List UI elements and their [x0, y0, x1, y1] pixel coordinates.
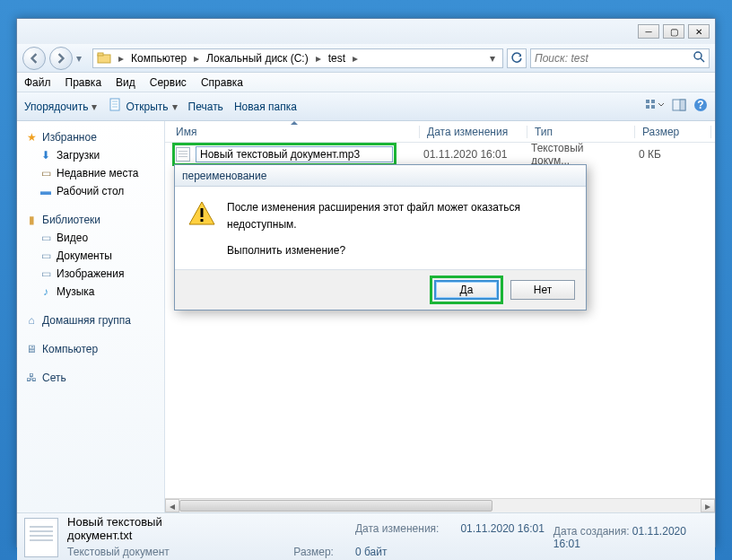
sidebar-item-documents[interactable]: ▭Документы: [21, 247, 161, 265]
address-dropdown[interactable]: ▾: [486, 52, 499, 65]
open-button[interactable]: Открыть▾: [108, 98, 177, 115]
menu-help[interactable]: Справка: [201, 76, 243, 89]
scroll-track[interactable]: [179, 499, 701, 512]
download-icon: ⬇: [39, 148, 53, 162]
detail-date-created-label2: Дата создания:: [553, 525, 630, 538]
file-row[interactable]: 01.11.2020 16:01 Текстовый докум... 0 КБ: [165, 143, 715, 166]
new-folder-button[interactable]: Новая папка: [234, 101, 297, 113]
document-icon: ▭: [39, 249, 53, 263]
address-bar[interactable]: ▸ Компьютер ▸ Локальный диск (C:) ▸ test…: [92, 48, 503, 68]
desktop-icon: ▬: [39, 184, 53, 198]
computer-icon: 🖥: [24, 342, 39, 356]
breadcrumb-root-arrow[interactable]: ▸: [115, 52, 127, 65]
video-icon: ▭: [39, 231, 53, 245]
dialog-title: переименование: [175, 165, 586, 187]
breadcrumb-arrow[interactable]: ▸: [349, 52, 362, 65]
yes-button[interactable]: Да: [434, 280, 499, 300]
breadcrumb-arrow[interactable]: ▸: [190, 52, 203, 65]
breadcrumb-computer[interactable]: Компьютер: [131, 52, 187, 65]
menu-tools[interactable]: Сервис: [150, 76, 187, 89]
svg-rect-10: [646, 105, 649, 109]
sidebar-homegroup[interactable]: ⌂Домашняя группа: [21, 311, 161, 329]
no-button[interactable]: Нет: [510, 280, 575, 300]
sidebar-item-recent[interactable]: ▭Недавние места: [21, 164, 161, 182]
maximize-button[interactable]: ▢: [663, 24, 684, 39]
search-input[interactable]: [535, 52, 693, 65]
forward-button[interactable]: [49, 47, 73, 70]
picture-icon: ▭: [39, 267, 53, 281]
column-date[interactable]: Дата изменения: [420, 126, 527, 138]
column-type[interactable]: Тип: [527, 126, 635, 138]
detail-size-label: Размер:: [226, 546, 334, 558]
detail-date-mod-label: Дата изменения:: [355, 522, 440, 535]
scroll-left-button[interactable]: ◂: [165, 499, 179, 512]
text-file-icon: [176, 147, 190, 162]
details-pane: Новый текстовый документ.txt Дата измене…: [17, 512, 715, 560]
file-date: 01.11.2020 16:01: [416, 148, 524, 161]
close-button[interactable]: ✕: [688, 24, 710, 39]
view-options-button[interactable]: [645, 98, 665, 115]
menu-view[interactable]: Вид: [116, 76, 135, 89]
menu-file[interactable]: Файл: [24, 76, 51, 89]
search-box[interactable]: [530, 48, 710, 68]
svg-rect-16: [201, 208, 204, 217]
svg-line-3: [701, 58, 704, 62]
column-size[interactable]: Размер: [635, 126, 711, 138]
titlebar: ─ ▢ ✕: [17, 19, 715, 44]
preview-pane-button[interactable]: [672, 98, 686, 115]
search-icon[interactable]: [693, 50, 705, 66]
organize-button[interactable]: Упорядочить▾: [24, 101, 97, 113]
sidebar-libraries[interactable]: ▮Библиотеки: [21, 211, 161, 229]
rename-highlight: [172, 143, 396, 166]
svg-point-2: [694, 52, 702, 59]
yes-highlight: Да: [430, 276, 503, 304]
sidebar-item-desktop[interactable]: ▬Рабочий стол: [21, 182, 161, 200]
folder-icon: [97, 51, 111, 66]
print-button[interactable]: Печать: [188, 101, 223, 113]
breadcrumb-folder[interactable]: test: [328, 52, 345, 65]
svg-rect-9: [651, 100, 655, 103]
network-icon: 🖧: [24, 371, 39, 385]
sidebar-item-pictures[interactable]: ▭Изображения: [21, 265, 161, 283]
sort-indicator-icon: [291, 121, 298, 125]
svg-text:?: ?: [697, 99, 703, 111]
scroll-thumb[interactable]: [179, 500, 492, 512]
sidebar-computer[interactable]: 🖥Компьютер: [21, 340, 161, 358]
dialog-message-1: После изменения расширения этот файл мож…: [227, 199, 573, 233]
minimize-button[interactable]: ─: [638, 24, 659, 39]
music-icon: ♪: [39, 284, 53, 299]
detail-filename: Новый текстовый документ.txt: [67, 515, 205, 542]
breadcrumb-arrow[interactable]: ▸: [312, 52, 325, 65]
svg-rect-1: [98, 53, 103, 56]
scroll-right-button[interactable]: ▸: [701, 499, 715, 512]
sidebar-item-downloads[interactable]: ⬇Загрузки: [21, 146, 161, 164]
svg-rect-13: [680, 100, 685, 110]
sidebar-favorites[interactable]: ★Избранное: [21, 128, 161, 146]
svg-rect-11: [651, 105, 655, 109]
column-headers: Имя Дата изменения Тип Размер: [165, 121, 715, 143]
sidebar-network[interactable]: 🖧Сеть: [21, 369, 161, 387]
rename-input[interactable]: [196, 146, 393, 162]
back-button[interactable]: [22, 47, 46, 70]
sidebar-item-music[interactable]: ♪Музыка: [21, 283, 161, 301]
notepad-icon: [108, 98, 122, 115]
rename-dialog: переименование После изменения расширени…: [174, 164, 587, 311]
body: ★Избранное ⬇Загрузки ▭Недавние места ▬Ра…: [17, 121, 715, 512]
detail-file-icon: [24, 518, 58, 557]
history-dropdown[interactable]: ▾: [76, 52, 89, 65]
dialog-message-2: Выполнить изменение?: [227, 242, 573, 259]
explorer-window: ─ ▢ ✕ ▾ ▸ Компьютер ▸ Локальный диск (C:…: [16, 18, 716, 547]
library-icon: ▮: [24, 213, 39, 227]
breadcrumb-disk[interactable]: Локальный диск (C:): [206, 52, 309, 65]
navbar: ▾ ▸ Компьютер ▸ Локальный диск (C:) ▸ te…: [17, 44, 715, 73]
sidebar: ★Избранное ⬇Загрузки ▭Недавние места ▬Ра…: [17, 121, 165, 512]
menu-edit[interactable]: Правка: [65, 76, 102, 89]
horizontal-scrollbar[interactable]: ◂ ▸: [165, 498, 715, 512]
sidebar-item-video[interactable]: ▭Видео: [21, 229, 161, 247]
help-button[interactable]: ?: [693, 98, 708, 115]
star-icon: ★: [24, 130, 39, 144]
refresh-button[interactable]: [507, 48, 527, 68]
column-name[interactable]: Имя: [169, 126, 420, 138]
homegroup-icon: ⌂: [24, 313, 39, 328]
detail-date-mod: 01.11.2020 16:01: [460, 522, 544, 535]
